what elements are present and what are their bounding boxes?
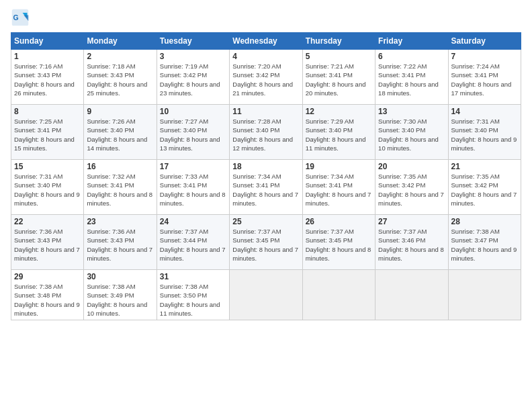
calendar-cell: 31 Sunrise: 7:38 AMSunset: 3:50 PMDaylig… xyxy=(157,270,229,320)
day-info: Sunrise: 7:25 AMSunset: 3:41 PMDaylight:… xyxy=(14,117,81,152)
day-number: 3 xyxy=(160,52,226,61)
day-number: 8 xyxy=(14,107,81,116)
calendar-table: SundayMondayTuesdayWednesdayThursdayFrid… xyxy=(11,32,521,320)
week-row-4: 22 Sunrise: 7:36 AMSunset: 3:43 PMDaylig… xyxy=(11,215,521,270)
calendar-cell: 24 Sunrise: 7:37 AMSunset: 3:44 PMDaylig… xyxy=(157,215,229,270)
day-info: Sunrise: 7:26 AMSunset: 3:40 PMDaylight:… xyxy=(87,117,153,152)
day-info: Sunrise: 7:18 AMSunset: 3:43 PMDaylight:… xyxy=(87,62,153,97)
calendar-cell: 21 Sunrise: 7:35 AMSunset: 3:42 PMDaylig… xyxy=(448,160,521,215)
col-header-monday: Monday xyxy=(84,33,157,50)
day-number: 10 xyxy=(160,107,226,116)
calendar-cell: 17 Sunrise: 7:33 AMSunset: 3:41 PMDaylig… xyxy=(157,160,229,215)
day-info: Sunrise: 7:36 AMSunset: 3:43 PMDaylight:… xyxy=(87,227,153,263)
calendar-cell xyxy=(230,270,302,320)
day-info: Sunrise: 7:38 AMSunset: 3:49 PMDaylight:… xyxy=(87,282,153,318)
day-number: 22 xyxy=(14,217,81,226)
day-info: Sunrise: 7:30 AMSunset: 3:40 PMDaylight:… xyxy=(378,117,445,152)
day-info: Sunrise: 7:33 AMSunset: 3:41 PMDaylight:… xyxy=(160,172,226,208)
calendar-cell: 19 Sunrise: 7:34 AMSunset: 3:41 PMDaylig… xyxy=(302,160,375,215)
day-number: 2 xyxy=(87,52,153,61)
day-number: 16 xyxy=(87,162,153,171)
calendar-cell xyxy=(302,270,375,320)
day-info: Sunrise: 7:21 AMSunset: 3:41 PMDaylight:… xyxy=(306,62,372,97)
day-info: Sunrise: 7:22 AMSunset: 3:41 PMDaylight:… xyxy=(378,62,445,97)
calendar-cell: 11 Sunrise: 7:28 AMSunset: 3:40 PMDaylig… xyxy=(230,105,302,160)
day-info: Sunrise: 7:37 AMSunset: 3:45 PMDaylight:… xyxy=(232,227,299,263)
calendar-cell: 23 Sunrise: 7:36 AMSunset: 3:43 PMDaylig… xyxy=(84,215,157,270)
col-header-tuesday: Tuesday xyxy=(157,33,229,50)
calendar-cell: 3 Sunrise: 7:19 AMSunset: 3:42 PMDayligh… xyxy=(157,50,229,105)
day-number: 5 xyxy=(306,52,372,61)
logo-icon: G xyxy=(11,8,30,27)
logo: G xyxy=(11,8,32,27)
week-row-2: 8 Sunrise: 7:25 AMSunset: 3:41 PMDayligh… xyxy=(11,105,521,160)
day-number: 31 xyxy=(160,272,226,281)
calendar-cell: 30 Sunrise: 7:38 AMSunset: 3:49 PMDaylig… xyxy=(84,270,157,320)
calendar-cell: 25 Sunrise: 7:37 AMSunset: 3:45 PMDaylig… xyxy=(230,215,302,270)
day-info: Sunrise: 7:35 AMSunset: 3:42 PMDaylight:… xyxy=(378,172,445,208)
week-row-1: 1 Sunrise: 7:16 AMSunset: 3:43 PMDayligh… xyxy=(11,50,521,105)
day-info: Sunrise: 7:35 AMSunset: 3:42 PMDaylight:… xyxy=(451,172,518,208)
day-number: 15 xyxy=(14,162,81,171)
calendar-cell: 12 Sunrise: 7:29 AMSunset: 3:40 PMDaylig… xyxy=(302,105,375,160)
day-number: 12 xyxy=(306,107,372,116)
day-number: 21 xyxy=(451,162,518,171)
day-number: 29 xyxy=(14,272,81,281)
day-info: Sunrise: 7:32 AMSunset: 3:41 PMDaylight:… xyxy=(87,172,153,208)
day-info: Sunrise: 7:37 AMSunset: 3:44 PMDaylight:… xyxy=(160,227,226,263)
calendar-cell: 13 Sunrise: 7:30 AMSunset: 3:40 PMDaylig… xyxy=(375,105,448,160)
calendar-cell xyxy=(375,270,448,320)
day-number: 18 xyxy=(232,162,299,171)
day-number: 19 xyxy=(306,162,372,171)
header-row: SundayMondayTuesdayWednesdayThursdayFrid… xyxy=(11,33,521,50)
calendar-cell: 28 Sunrise: 7:38 AMSunset: 3:47 PMDaylig… xyxy=(448,215,521,270)
calendar-cell: 14 Sunrise: 7:31 AMSunset: 3:40 PMDaylig… xyxy=(448,105,521,160)
col-header-sunday: Sunday xyxy=(11,33,84,50)
calendar-cell: 27 Sunrise: 7:37 AMSunset: 3:46 PMDaylig… xyxy=(375,215,448,270)
calendar-cell: 9 Sunrise: 7:26 AMSunset: 3:40 PMDayligh… xyxy=(84,105,157,160)
day-number: 28 xyxy=(451,217,518,226)
day-number: 20 xyxy=(378,162,445,171)
day-info: Sunrise: 7:19 AMSunset: 3:42 PMDaylight:… xyxy=(160,62,226,97)
day-info: Sunrise: 7:38 AMSunset: 3:50 PMDaylight:… xyxy=(160,282,226,318)
day-info: Sunrise: 7:37 AMSunset: 3:46 PMDaylight:… xyxy=(378,227,445,263)
week-row-3: 15 Sunrise: 7:31 AMSunset: 3:40 PMDaylig… xyxy=(11,160,521,215)
calendar-cell: 7 Sunrise: 7:24 AMSunset: 3:41 PMDayligh… xyxy=(448,50,521,105)
page: G SundayMondayTuesdayWednesdayThursdayFr… xyxy=(0,0,532,411)
day-number: 1 xyxy=(14,52,81,61)
day-info: Sunrise: 7:16 AMSunset: 3:43 PMDaylight:… xyxy=(14,62,81,97)
col-header-thursday: Thursday xyxy=(302,33,375,50)
day-number: 4 xyxy=(232,52,299,61)
calendar-cell: 10 Sunrise: 7:27 AMSunset: 3:40 PMDaylig… xyxy=(157,105,229,160)
svg-text:G: G xyxy=(13,13,19,21)
col-header-friday: Friday xyxy=(375,33,448,50)
calendar-cell: 18 Sunrise: 7:34 AMSunset: 3:41 PMDaylig… xyxy=(230,160,302,215)
calendar-cell: 2 Sunrise: 7:18 AMSunset: 3:43 PMDayligh… xyxy=(84,50,157,105)
day-info: Sunrise: 7:34 AMSunset: 3:41 PMDaylight:… xyxy=(306,172,372,208)
day-info: Sunrise: 7:34 AMSunset: 3:41 PMDaylight:… xyxy=(232,172,299,208)
calendar-cell: 22 Sunrise: 7:36 AMSunset: 3:43 PMDaylig… xyxy=(11,215,84,270)
day-info: Sunrise: 7:24 AMSunset: 3:41 PMDaylight:… xyxy=(451,62,518,97)
calendar-cell: 16 Sunrise: 7:32 AMSunset: 3:41 PMDaylig… xyxy=(84,160,157,215)
col-header-saturday: Saturday xyxy=(448,33,521,50)
day-info: Sunrise: 7:31 AMSunset: 3:40 PMDaylight:… xyxy=(14,172,81,208)
calendar-cell: 8 Sunrise: 7:25 AMSunset: 3:41 PMDayligh… xyxy=(11,105,84,160)
day-info: Sunrise: 7:38 AMSunset: 3:48 PMDaylight:… xyxy=(14,282,81,318)
day-info: Sunrise: 7:29 AMSunset: 3:40 PMDaylight:… xyxy=(306,117,372,152)
day-number: 14 xyxy=(451,107,518,116)
day-number: 11 xyxy=(232,107,299,116)
day-info: Sunrise: 7:31 AMSunset: 3:40 PMDaylight:… xyxy=(451,117,518,152)
day-info: Sunrise: 7:36 AMSunset: 3:43 PMDaylight:… xyxy=(14,227,81,263)
day-number: 26 xyxy=(306,217,372,226)
day-number: 30 xyxy=(87,272,153,281)
week-row-5: 29 Sunrise: 7:38 AMSunset: 3:48 PMDaylig… xyxy=(11,270,521,320)
calendar-cell: 26 Sunrise: 7:37 AMSunset: 3:45 PMDaylig… xyxy=(302,215,375,270)
calendar-cell: 4 Sunrise: 7:20 AMSunset: 3:42 PMDayligh… xyxy=(230,50,302,105)
day-info: Sunrise: 7:28 AMSunset: 3:40 PMDaylight:… xyxy=(232,117,299,152)
day-number: 25 xyxy=(232,217,299,226)
col-header-wednesday: Wednesday xyxy=(230,33,302,50)
day-info: Sunrise: 7:20 AMSunset: 3:42 PMDaylight:… xyxy=(232,62,299,97)
day-number: 27 xyxy=(378,217,445,226)
calendar-cell: 1 Sunrise: 7:16 AMSunset: 3:43 PMDayligh… xyxy=(11,50,84,105)
calendar-cell: 20 Sunrise: 7:35 AMSunset: 3:42 PMDaylig… xyxy=(375,160,448,215)
